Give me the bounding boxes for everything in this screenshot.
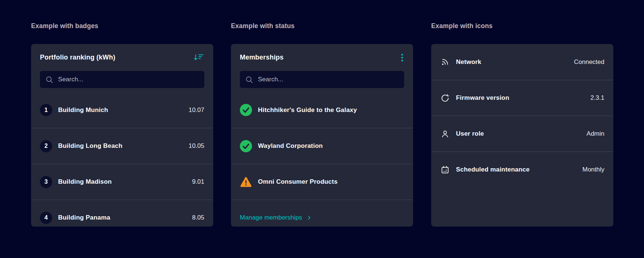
building-value: 10.05 [188,142,204,150]
section-heading-icons: Example with icons [431,22,613,30]
card-menu-button[interactable] [400,52,404,63]
membership-name: Omni Consumer Products [258,178,338,186]
sort-descending-icon [194,54,204,61]
info-row-user-role: User role Admin [431,116,613,152]
panel-badges: Example with badges Portfolio ranking (k… [31,0,213,227]
info-value: Connected [574,58,604,66]
section-heading-badges: Example with badges [31,22,213,30]
search-input[interactable] [258,76,399,83]
rank-badge: 1 [40,104,52,116]
kebab-menu-icon [401,53,403,62]
panel-status: Example with status Memberships [231,0,413,227]
device-info-list: Network Connected Firmware version 2.3.1 [431,44,613,187]
info-label: Firmware version [456,94,509,102]
success-check-icon [240,104,252,116]
warning-triangle-icon [240,176,252,188]
user-icon [440,129,450,139]
memberships-card-header: Memberships [231,44,413,71]
rank-badge: 3 [40,176,52,188]
portfolio-card-header: Portfolio ranking (kWh) [31,44,213,71]
info-label: Network [456,58,481,66]
list-item[interactable]: Hitchhiker's Guide to the Galaxy [231,92,413,128]
rank-badge: 2 [40,140,52,152]
info-row-network: Network Connected [431,44,613,80]
info-value: Admin [587,130,604,138]
list-item[interactable]: 2 Building Long Beach 10.05 [31,128,213,164]
search-input[interactable] [58,76,199,83]
card-footer: Manage memberships [231,200,413,227]
portfolio-card-title: Portfolio ranking (kWh) [40,54,115,61]
rank-badge: 4 [40,212,52,224]
membership-name: Wayland Corporation [258,142,323,150]
list-item[interactable]: Omni Consumer Products [231,164,413,200]
building-name: Building Panama [58,214,110,221]
list-item[interactable]: Wayland Corporation [231,128,413,164]
info-label: Scheduled maintenance [456,166,530,173]
search-icon [245,75,258,84]
list-item[interactable]: 3 Building Madison 9.01 [31,164,213,200]
building-value: 9.01 [192,178,204,186]
network-signal-icon [440,57,450,67]
building-name: Building Long Beach [58,142,123,150]
list-item[interactable]: 4 Building Panama 8.05 [31,200,213,227]
section-heading-status: Example with status [231,22,413,30]
memberships-card-title: Memberships [240,54,284,61]
memberships-list: Hitchhiker's Guide to the Galaxy Wayland… [231,92,413,227]
search-icon [45,75,58,84]
info-value: 2.3.1 [590,94,604,102]
info-row-maintenance: Scheduled maintenance Monthly [431,152,613,187]
list-item[interactable]: 1 Building Munich 10.07 [31,92,213,128]
building-value: 10.07 [188,106,204,114]
device-info-card: Network Connected Firmware version 2.3.1 [431,44,613,227]
chevron-right-icon [306,215,312,221]
panel-icons: Example with icons Network Connected [431,0,613,227]
membership-name: Hitchhiker's Guide to the Galaxy [258,106,357,114]
portfolio-search [40,71,204,88]
memberships-card: Memberships [231,44,413,227]
manage-memberships-label: Manage memberships [240,214,302,221]
info-row-firmware: Firmware version 2.3.1 [431,80,613,116]
success-check-icon [240,140,252,152]
info-label: User role [456,130,484,138]
info-value: Monthly [582,166,604,173]
building-name: Building Madison [58,178,112,186]
building-name: Building Munich [58,106,108,114]
portfolio-list: 1 Building Munich 10.07 2 Building Long … [31,92,213,227]
manage-memberships-link[interactable]: Manage memberships [240,214,312,221]
calendar-icon [440,165,450,174]
memberships-search [240,71,404,88]
sort-button[interactable] [193,53,204,62]
refresh-icon [440,94,450,103]
building-value: 8.05 [192,214,204,221]
portfolio-ranking-card: Portfolio ranking (kWh) [31,44,213,227]
